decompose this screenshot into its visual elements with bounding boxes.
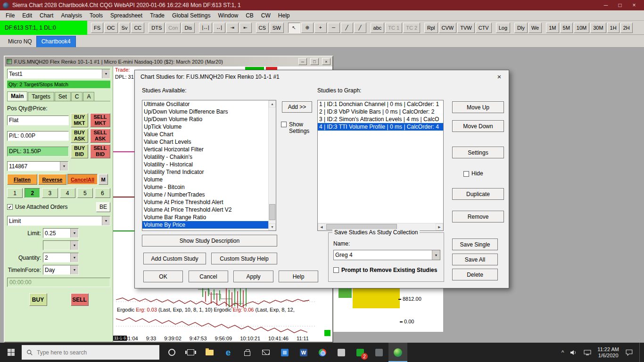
study-list-item[interactable]: Up/Down Volume Difference Bars xyxy=(142,108,268,115)
scroll-right-icon[interactable]: ▶ xyxy=(436,223,443,230)
chevron-down-icon[interactable]: ▼ xyxy=(70,241,78,250)
quantity-combo[interactable]: 2 ▼ xyxy=(43,253,79,263)
mail-button[interactable] xyxy=(256,343,275,362)
crosshair-icon[interactable]: + xyxy=(314,23,327,33)
window-minimize-icon[interactable]: ─ xyxy=(298,58,307,65)
save-all-button[interactable]: Save All xyxy=(452,254,498,265)
search-input[interactable] xyxy=(37,349,145,356)
study-list-item[interactable]: Value Chart Levels xyxy=(142,138,268,146)
pointer-tool-icon[interactable]: ↖ xyxy=(288,23,300,33)
cancel-button[interactable]: Cancel xyxy=(189,271,228,282)
collection-name-combo[interactable]: Greg 4 ▼ xyxy=(333,250,440,260)
chevron-down-icon[interactable]: ▼ xyxy=(70,265,78,274)
tab-micro-nq[interactable]: Micro NQ xyxy=(4,36,36,47)
sell-market-button[interactable]: SELLMKT xyxy=(90,113,110,127)
tab-chartbook4[interactable]: Chartbook4 xyxy=(36,36,76,47)
volume-icon[interactable] xyxy=(570,350,578,355)
dialog-close-button[interactable]: × xyxy=(494,72,505,81)
study-list-item[interactable]: Volatility - Chaikin's xyxy=(142,153,268,161)
timeframe-button[interactable]: 1H xyxy=(607,23,619,33)
study-list-item[interactable]: Value Chart xyxy=(142,131,268,138)
toolbar-button[interactable]: TVW xyxy=(457,23,474,33)
study-list-item[interactable]: Volatility - Historical xyxy=(142,161,268,168)
study-list-item[interactable]: Ultimate Oscillator xyxy=(142,100,268,108)
buy-ask-button[interactable]: BUYASK xyxy=(71,129,88,143)
scroll-left-icon[interactable]: ◀ xyxy=(318,223,325,230)
graph-study-item[interactable]: 4 | ID:3 TTI Volume Profile | 0 ms | Cal… xyxy=(318,123,443,131)
study-list-item[interactable]: Volume xyxy=(142,176,268,183)
panel-tab[interactable]: A xyxy=(83,92,94,101)
close-icon[interactable]: × xyxy=(627,2,641,8)
cortana-button[interactable] xyxy=(162,343,181,362)
toolbar-button[interactable]: CTV xyxy=(476,23,492,33)
gray-app-button[interactable] xyxy=(370,343,388,362)
chevron-down-icon[interactable]: ▼ xyxy=(60,162,68,171)
menu-item[interactable]: Spreadsheet xyxy=(107,11,146,20)
use-attached-orders-checkbox[interactable]: ✓ xyxy=(7,204,13,210)
ray-tool-icon[interactable]: ╱ xyxy=(354,23,366,33)
ok-button[interactable]: OK xyxy=(143,271,183,282)
window-restore-icon[interactable]: □ xyxy=(310,58,319,65)
network-icon[interactable] xyxy=(584,350,591,355)
panel-tab[interactable]: Main xyxy=(7,91,27,101)
toolbar-button[interactable]: Dis xyxy=(182,23,195,33)
start-button[interactable] xyxy=(0,343,22,362)
toolbar-button[interactable]: Log xyxy=(496,23,510,33)
apply-button[interactable]: Apply xyxy=(233,271,273,282)
toolbar-button[interactable]: CVW xyxy=(439,23,457,33)
study-list-item[interactable]: Volume / NumberTrades xyxy=(142,191,268,198)
toolbar-button[interactable]: TC 2 xyxy=(403,23,420,33)
chart-window-title-bar[interactable]: F.US.MNQH20 Flex Renko 10-1-1 #1 | Micro… xyxy=(5,57,332,66)
quantity-preset-button[interactable]: 2 xyxy=(25,188,40,198)
timeframe-button[interactable]: 2H xyxy=(620,23,633,33)
breakeven-button[interactable]: BE xyxy=(96,202,110,212)
menu-item[interactable]: Tools xyxy=(86,11,107,20)
menu-item[interactable]: CW xyxy=(257,11,274,20)
quantity-preset-button[interactable]: 1 xyxy=(7,188,23,198)
chevron-down-icon[interactable]: ▼ xyxy=(102,216,110,225)
show-settings-checkbox[interactable] xyxy=(281,122,287,127)
add-custom-study-button[interactable]: Add Custom Study xyxy=(143,253,206,264)
file-explorer-button[interactable] xyxy=(200,343,219,362)
study-list-item[interactable]: Volume At Price Threshold Alert xyxy=(142,198,268,206)
study-list-item[interactable]: Vertical Horizontal Filter xyxy=(142,146,268,153)
custom-study-help-button[interactable]: Custom Study Help xyxy=(211,253,277,264)
show-study-description-button[interactable]: Show Study Description xyxy=(142,235,277,247)
menu-item[interactable]: Chart xyxy=(36,11,57,20)
quantity-preset-button[interactable]: 5 xyxy=(77,188,93,198)
scrollbar-track[interactable] xyxy=(269,107,276,223)
toolbar-button[interactable]: FS xyxy=(91,23,103,33)
toolbar-button[interactable]: TC 1 xyxy=(385,23,402,33)
move-up-button[interactable]: Move Up xyxy=(452,101,504,113)
tif-combo[interactable]: Day ▼ xyxy=(43,265,79,275)
prompt-remove-checkbox[interactable] xyxy=(333,267,339,273)
hide-checkbox[interactable] xyxy=(463,171,469,177)
add-study-button[interactable]: Add >> xyxy=(282,101,312,113)
m-button[interactable]: M xyxy=(99,174,108,185)
blue-tile-app-button[interactable] xyxy=(275,343,294,362)
remove-button[interactable]: Remove xyxy=(452,211,504,222)
buy-market-button[interactable]: BUYMKT xyxy=(71,113,88,127)
measure-bars-icon[interactable]: |↔| xyxy=(199,23,212,33)
toolbar-button[interactable]: Rpl xyxy=(424,23,438,33)
snipping-tool-button[interactable] xyxy=(332,343,351,362)
menu-item[interactable]: Help xyxy=(274,11,294,20)
edge-button[interactable]: e xyxy=(219,343,238,362)
timeframe-button[interactable]: 30M xyxy=(590,23,606,33)
menu-item[interactable]: Analysis xyxy=(57,11,86,20)
price-combo[interactable]: 114867 ▼ xyxy=(7,161,68,171)
toolbar-button[interactable]: Sv xyxy=(119,23,131,33)
graph-study-item[interactable]: 1 | ID:1 Donchian Channel | 0 ms | CalcO… xyxy=(318,100,443,108)
timeframe-button[interactable]: 5M xyxy=(560,23,573,33)
settings-button[interactable]: Settings xyxy=(452,147,504,158)
chevron-down-icon[interactable]: ▼ xyxy=(102,69,110,78)
text-tool-button[interactable]: abc xyxy=(371,23,385,33)
chrome-button[interactable] xyxy=(313,343,332,362)
clock[interactable]: 11:22 AM 1/6/2020 xyxy=(597,346,619,359)
horizontal-line-tool-icon[interactable]: ─ xyxy=(328,23,340,33)
studies-to-graph-list[interactable]: 1 | ID:1 Donchian Channel | 0 ms | CalcO… xyxy=(317,100,444,231)
toolbar-button[interactable]: CS xyxy=(256,23,269,33)
timeframe-button[interactable]: 10M xyxy=(574,23,589,33)
menu-item[interactable]: Window xyxy=(214,11,242,20)
save-single-button[interactable]: Save Single xyxy=(452,239,498,250)
